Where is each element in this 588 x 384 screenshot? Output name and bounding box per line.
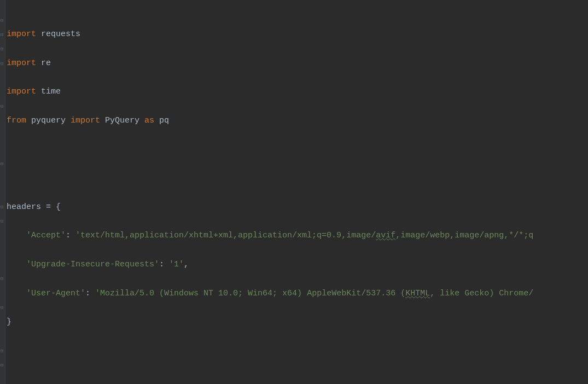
module-name: PyQuery — [100, 116, 144, 125]
keyword-import: import — [7, 87, 36, 96]
fold-mark[interactable]: ⊟ — [1, 272, 4, 276]
string-literal: 'text/html,application/xhtml+xml,applica… — [75, 231, 376, 240]
fold-mark[interactable]: ⊟ — [1, 157, 4, 161]
fold-mark[interactable]: ⊟ — [1, 42, 4, 46]
empty-line — [7, 171, 588, 185]
fold-mark[interactable]: ⊟ — [1, 100, 4, 103]
fold-mark[interactable]: ⊟ — [1, 57, 4, 61]
comma: , — [184, 260, 189, 269]
code-line: headers = { — [7, 200, 588, 214]
code-line: 'Upgrade-Insecure-Requests': '1', — [7, 258, 588, 272]
typo-underline: KHTML — [405, 289, 430, 298]
fold-mark[interactable]: ⊟ — [1, 14, 4, 18]
dict-key: 'Accept' — [26, 231, 66, 240]
fold-mark[interactable]: ⊟ — [1, 358, 4, 362]
string-literal: '1' — [169, 260, 184, 269]
dict-key: 'User-Agent' — [26, 289, 85, 298]
keyword-import: import — [7, 30, 36, 39]
string-literal: ,image/webp,image/apng,*/*;q — [395, 231, 533, 240]
code-line: import time — [7, 85, 588, 99]
indent — [7, 260, 26, 269]
typo-underline: avif — [376, 231, 395, 240]
colon: : — [159, 260, 169, 269]
fold-mark[interactable]: ⊟ — [1, 28, 4, 32]
indent — [7, 231, 26, 240]
colon: : — [85, 289, 95, 298]
module-name: re — [36, 59, 51, 68]
empty-line — [7, 373, 588, 384]
fold-mark[interactable]: ⊟ — [1, 344, 4, 348]
alias-name: pq — [154, 116, 169, 125]
module-name: requests — [36, 30, 80, 39]
keyword-as: as — [144, 116, 154, 125]
fold-mark[interactable]: ⊟ — [1, 200, 4, 204]
keyword-import: import — [71, 116, 100, 125]
string-literal: 'Mozilla/5.0 (Windows NT 10.0; Win64; x6… — [95, 289, 405, 298]
code-line: from pyquery import PyQuery as pq — [7, 114, 588, 128]
gutter: ⊟ ⊟ ⊟ ⊟ ⊟ ⊟ ⊟ ⊟ ⊟ ⊟ ⊟ ⊟ — [0, 0, 5, 384]
colon: : — [66, 231, 75, 240]
keyword-import: import — [7, 59, 36, 68]
code-line: } — [7, 315, 588, 329]
indent — [7, 289, 26, 298]
brace-close: } — [7, 317, 11, 327]
assignment: headers = { — [7, 202, 61, 212]
module-name: pyquery — [26, 116, 71, 125]
module-name: time — [36, 87, 61, 96]
code-line: 'Accept': 'text/html,application/xhtml+x… — [7, 229, 588, 243]
code-line: import re — [7, 56, 588, 71]
code-line: 'User-Agent': 'Mozilla/5.0 (Windows NT 1… — [7, 287, 588, 301]
fold-mark[interactable]: ⊟ — [1, 214, 4, 218]
dict-key: 'Upgrade-Insecure-Requests' — [26, 260, 159, 269]
empty-line — [7, 344, 588, 358]
code-editor[interactable]: import requests import re import time fr… — [5, 0, 588, 384]
empty-line — [7, 143, 588, 157]
code-line: import requests — [7, 27, 588, 42]
string-literal: , like Gecko) Chrome/ — [430, 289, 533, 298]
fold-mark[interactable]: ⊟ — [1, 301, 4, 305]
keyword-from: from — [7, 116, 26, 125]
